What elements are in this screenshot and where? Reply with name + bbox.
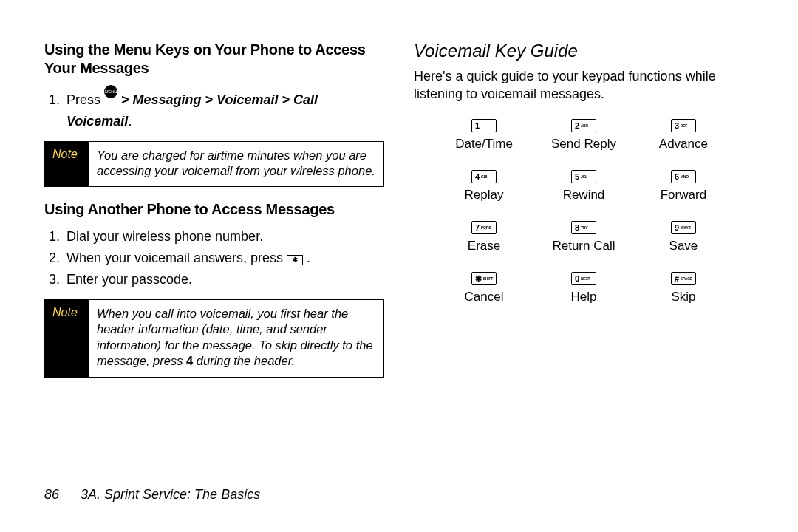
keypad-button-icon: 7PQRS <box>471 221 497 234</box>
right-column: Voicemail Key Guide Here's a quick guide… <box>414 41 754 391</box>
keypad-button-icon: 8TUV <box>571 221 596 234</box>
note-label: Note <box>45 142 89 187</box>
steps-another-phone: Dial your wireless phone number. When yo… <box>44 226 384 290</box>
key-hash: #SPACESkip <box>671 267 696 312</box>
heading-menu-keys: Using the Menu Keys on Your Phone to Acc… <box>44 41 384 78</box>
keypad-grid: 1Date/Time 2ABCSend Reply 3DEFAdvance 4G… <box>434 114 734 312</box>
key-0: 0NEXTHelp <box>571 267 597 312</box>
note-header-skip: Note When you call into voicemail, you f… <box>44 299 384 378</box>
step-passcode: Enter your passcode. <box>64 269 384 290</box>
key-4: 4GHIReplay <box>465 165 504 210</box>
chapter-title: 3A. Sprint Service: The Basics <box>81 487 260 502</box>
keypad-button-icon: #SPACE <box>671 272 696 285</box>
keypad-button-icon: 3DEF <box>671 119 696 132</box>
key-2: 2ABCSend Reply <box>551 114 616 159</box>
keypad-button-icon: 4GHI <box>471 170 497 183</box>
section-title: Voicemail Key Guide <box>414 41 754 61</box>
note-airtime: Note You are charged for airtime minutes… <box>44 141 384 188</box>
note-text: You are charged for airtime minutes when… <box>89 142 383 187</box>
keypad-button-icon: ✱SHIFT <box>471 272 497 285</box>
key-9: 9WXYZSave <box>669 216 698 261</box>
keypad-button-icon: 5JKL <box>571 170 596 183</box>
step-dial: Dial your wireless phone number. <box>64 226 384 248</box>
heading-another-phone: Using Another Phone to Access Messages <box>44 200 384 219</box>
page-number: 86 <box>44 487 59 502</box>
step-press-menu: Press MENUOK > Messaging > Voicemail > C… <box>64 85 384 132</box>
note-text: When you call into voicemail, you first … <box>89 300 383 377</box>
intro-text: Here's a quick guide to your keypad func… <box>414 67 754 103</box>
note-label: Note <box>45 300 89 377</box>
key-7: 7PQRSErase <box>468 216 500 261</box>
key-star: ✱SHIFTCancel <box>465 267 504 312</box>
keypad-button-icon: 0NEXT <box>571 272 596 285</box>
keypad-button-icon: 2ABC <box>571 119 596 132</box>
key-3: 3DEFAdvance <box>659 114 708 159</box>
left-column: Using the Menu Keys on Your Phone to Acc… <box>44 41 384 391</box>
key-6: 6MNOForward <box>661 165 706 210</box>
step-press-star: When your voicemail answers, press ✱ . <box>64 248 384 269</box>
key-1: 1Date/Time <box>455 114 513 159</box>
key-8: 8TUVReturn Call <box>552 216 615 261</box>
star-key-icon: ✱ <box>287 255 303 265</box>
page-footer: 86 3A. Sprint Service: The Basics <box>44 487 260 502</box>
keypad-button-icon: 9WXYZ <box>671 221 696 234</box>
key-5: 5JKLRewind <box>563 165 605 210</box>
keypad-button-icon: 1 <box>471 119 497 132</box>
keypad-button-icon: 6MNO <box>671 170 696 183</box>
menu-ok-icon: MENUOK <box>104 85 117 98</box>
steps-menu-keys: Press MENUOK > Messaging > Voicemail > C… <box>44 85 384 132</box>
